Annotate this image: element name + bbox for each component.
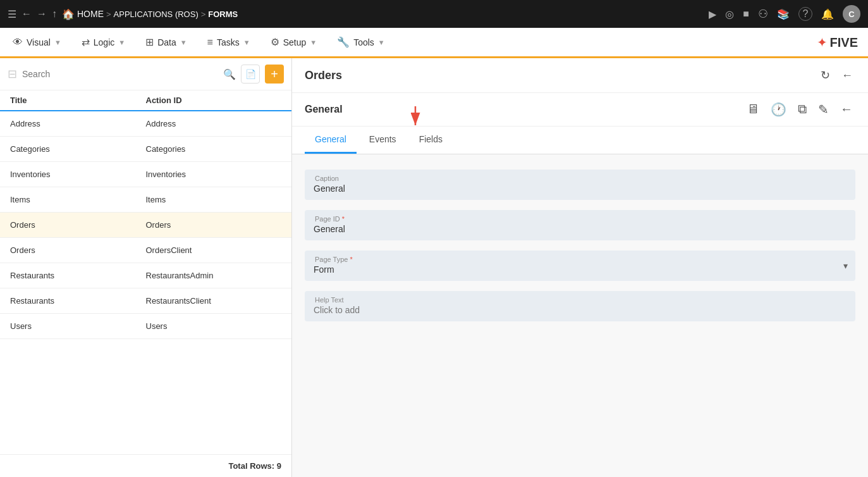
caption-label: Caption — [314, 175, 847, 182]
refresh-icon[interactable]: ↻ — [818, 66, 833, 85]
copy-icon[interactable]: ⧉ — [795, 99, 809, 120]
nav-data-label: Data — [157, 37, 176, 47]
table-row[interactable]: Restaurants RestaurantsClient — [0, 288, 291, 314]
table-row-selected[interactable]: Orders Orders — [0, 213, 291, 238]
table-row[interactable]: Orders OrdersClient — [0, 238, 291, 263]
table-row[interactable]: Restaurants RestaurantsAdmin — [0, 263, 291, 288]
avatar[interactable]: C — [843, 5, 860, 23]
bell-icon[interactable]: 🔔 — [821, 8, 834, 20]
menu-icon[interactable]: ☰ — [8, 8, 16, 20]
sidebar-search-bar: ⊟ 🔍 📄 + — [0, 58, 291, 90]
document-button[interactable]: 📄 — [241, 65, 260, 84]
nav-setup[interactable]: ⚙ Setup ▼ — [268, 36, 319, 48]
monitor-icon[interactable]: 🖥 — [744, 99, 762, 120]
content-area: Orders ↻ ← General 🖥 🕐 ⧉ ✎ ← General Ev — [292, 58, 868, 477]
search-input[interactable] — [22, 69, 218, 79]
help-icon[interactable]: ? — [798, 7, 812, 21]
table-body: Address Address Categories Categories In… — [0, 111, 291, 454]
nav-data[interactable]: ⊞ Data ▼ — [143, 36, 189, 48]
section-back-icon[interactable]: ← — [838, 99, 855, 120]
page-type-select[interactable]: Form Table Chart Wizard — [314, 263, 847, 276]
edit-icon[interactable]: ✎ — [816, 99, 831, 120]
content-header: Orders ↻ ← — [292, 58, 868, 93]
form-area: Caption Page ID Page Type Form Table — [292, 154, 868, 337]
caption-input[interactable] — [314, 182, 847, 195]
search-icon[interactable]: 🔍 — [223, 68, 236, 80]
tools-icon: 🔧 — [337, 36, 350, 48]
table-row[interactable]: Categories Categories — [0, 137, 291, 162]
top-bar-right: ▶ ◎ ■ ⚇ 📚 ? 🔔 C — [709, 5, 860, 23]
plus-icon: + — [271, 67, 278, 82]
col-action-header: Action ID — [146, 96, 282, 105]
books-icon[interactable]: 📚 — [777, 8, 790, 20]
breadcrumb: 🏠 HOME > APPLICATIONS (ROS) > FORMS — [62, 8, 238, 20]
tab-events[interactable]: Events — [359, 127, 406, 154]
page-id-label: Page ID — [314, 215, 847, 223]
top-bar-left: ☰ ← → ↑ 🏠 HOME > APPLICATIONS (ROS) > FO… — [8, 8, 704, 20]
table-row[interactable]: Users Users — [0, 314, 291, 339]
stop-icon[interactable]: ■ — [743, 8, 749, 20]
nav-setup-label: Setup — [283, 37, 307, 47]
breadcrumb-forms[interactable]: FORMS — [208, 9, 238, 19]
section-header: General 🖥 🕐 ⧉ ✎ ← — [292, 93, 868, 127]
robot-icon[interactable]: ⚇ — [758, 7, 768, 21]
page-type-field-group: Page Type Form Table Chart Wizard ▾ — [305, 251, 855, 281]
nav-tools-label: Tools — [353, 37, 374, 47]
tab-fields[interactable]: Fields — [409, 127, 453, 154]
play-icon[interactable]: ▶ — [709, 8, 716, 20]
data-icon: ⊞ — [145, 36, 154, 48]
top-bar: ☰ ← → ↑ 🏠 HOME > APPLICATIONS (ROS) > FO… — [0, 0, 868, 28]
table-footer: Total Rows: 9 — [0, 454, 291, 477]
page-id-field-group: Page ID — [305, 210, 855, 240]
breadcrumb-applications[interactable]: APPLICATIONS (ROS) — [114, 9, 199, 19]
doc-icon: 📄 — [245, 69, 256, 79]
visual-icon: 👁 — [13, 37, 23, 48]
tasks-icon: ≡ — [207, 37, 213, 48]
second-bar: 👁 Visual ▼ ⇄ Logic ▼ ⊞ Data ▼ ≡ Tasks ▼ … — [0, 28, 868, 58]
content-title: Orders — [305, 69, 342, 82]
tab-events-label: Events — [369, 134, 396, 144]
nav-logic-label: Logic — [94, 37, 114, 47]
setup-icon: ⚙ — [271, 36, 279, 48]
section-title: General — [305, 104, 343, 115]
nav-tools[interactable]: 🔧 Tools ▼ — [334, 36, 388, 48]
caption-field-group: Caption — [305, 170, 855, 200]
tab-general[interactable]: General — [305, 127, 357, 154]
page-type-label: Page Type — [314, 256, 847, 263]
nav-visual-label: Visual — [27, 37, 51, 47]
logic-icon: ⇄ — [82, 36, 90, 48]
back-icon[interactable]: ← — [21, 8, 32, 20]
add-button[interactable]: + — [265, 65, 284, 84]
nav-visual[interactable]: 👁 Visual ▼ — [10, 37, 64, 48]
forward-icon[interactable]: → — [37, 8, 47, 20]
up-icon[interactable]: ↑ — [52, 8, 57, 20]
nav-logic[interactable]: ⇄ Logic ▼ — [79, 36, 128, 48]
total-rows-label: Total Rows: 9 — [228, 461, 281, 471]
tab-fields-label: Fields — [419, 134, 443, 144]
nav-tasks[interactable]: ≡ Tasks ▼ — [205, 37, 253, 48]
help-text-input[interactable] — [314, 304, 847, 316]
table-header: Title Action ID — [0, 90, 291, 111]
sidebar: ⊟ 🔍 📄 + Title Action ID Address Address … — [0, 58, 292, 477]
main-layout: ⊟ 🔍 📄 + Title Action ID Address Address … — [0, 58, 868, 477]
table-row[interactable]: Address Address — [0, 111, 291, 137]
content-header-actions: ↻ ← — [818, 66, 855, 85]
section-actions: 🖥 🕐 ⧉ ✎ ← — [744, 99, 855, 120]
nav-tasks-label: Tasks — [217, 37, 240, 47]
col-title-header: Title — [10, 96, 146, 105]
tabs-container: General Events Fields — [292, 127, 868, 154]
help-text-label: Help Text — [314, 296, 847, 304]
five-logo: ✦ FIVE — [817, 35, 858, 50]
annotation-arrow — [396, 104, 434, 129]
preview-icon[interactable]: ◎ — [725, 8, 734, 20]
back-arrow-icon[interactable]: ← — [839, 66, 855, 85]
table-row[interactable]: Items Items — [0, 187, 291, 213]
table-row[interactable]: Inventories Inventories — [0, 162, 291, 187]
page-id-input[interactable] — [314, 223, 847, 235]
home-label[interactable]: HOME — [77, 9, 104, 19]
logo-text: FIVE — [830, 35, 858, 49]
help-text-field-group: Help Text — [305, 291, 855, 321]
tab-general-label: General — [315, 134, 346, 144]
history-icon[interactable]: 🕐 — [768, 99, 789, 120]
